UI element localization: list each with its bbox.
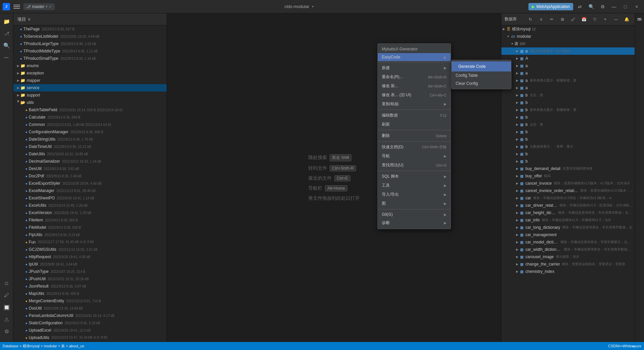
sidebar-icon-more[interactable]: ••• (1, 52, 12, 63)
menu-item-tools[interactable]: 工具 ▶ (378, 181, 451, 190)
tree-item-tproductmiddletype[interactable]: ● TProductMiddleType 2022/9/13 8:36, 1.1… (13, 47, 167, 55)
menu-item-modify-old[interactable]: 修改 表... (旧 UI) Ctrl+Alt+C (378, 91, 451, 100)
db-root-mysql[interactable]: ▶ 🗄 模块mysql 12 (501, 25, 635, 33)
db-table-b8[interactable]: ▶ ▦ b 主数据表显示：；查帮；显示 (501, 143, 635, 150)
close-button[interactable]: × (632, 2, 641, 11)
db-table-b10[interactable]: ▶ ▦ b (501, 158, 635, 165)
search-button[interactable]: 🔍 (587, 2, 596, 11)
sidebar-icon-edit[interactable]: 🖊 (1, 290, 12, 301)
db-table-a2[interactable]: ▶ ▦ a (501, 62, 635, 69)
menu-item-create[interactable]: 新建 ▶ (378, 63, 451, 72)
tree-item-common[interactable]: ● Common 2022/12/13 8:01, 1.69 kB 2022/1… (13, 121, 167, 128)
tree-item-tproductsmalltype[interactable]: ● TProductSmallType 2022/9/13 8:36, 1.16… (13, 55, 167, 62)
tree-item-fun[interactable]: ● Fun 2022/12/17 17:58, 41.45 kB 今天 8:58 (13, 238, 167, 246)
menu-item-navigate[interactable]: 导航 ▶ (378, 152, 451, 161)
tree-folder-utils[interactable]: ▶ 📂 utils (13, 99, 167, 106)
menu-button[interactable] (13, 3, 21, 11)
tree-item-uploadexcel[interactable]: ● UploadExcel 2022/9/28 19:41, 12.5 kB (13, 327, 167, 334)
sidebar-icon-commit[interactable]: ⎇ (1, 28, 12, 39)
tree-folder-exception[interactable]: ▶ 📁 exception (13, 69, 167, 77)
menu-item-git[interactable]: Git(G) ▶ (378, 210, 451, 218)
db-table-carousel[interactable]: ▶ ▦ carousel_image 展示接受；演示 (501, 253, 635, 260)
menu-item-find-usage[interactable]: 查找用法(U) Ctrl+G (378, 161, 451, 170)
db-min-btn[interactable]: — (611, 15, 621, 24)
tree-item-excelutils[interactable]: ● ExcelUtils 2022/10/14 13:49, 1.28 kB (13, 202, 167, 209)
tree-item-jpushutil[interactable]: ● JPushUtil 2022/10/31 16:31, 20.26 kB (13, 275, 167, 283)
file-tree-content[interactable]: ● ThePage 2022/9/13 8:36, 627 B ● ToServ… (13, 25, 167, 342)
tree-item-jpushtype[interactable]: ● JPushType 2022/10/7 16:25, 314 B (13, 268, 167, 275)
db-table-buy-offer[interactable]: ▶ ▦ buy_offer 购买 (501, 172, 635, 180)
menu-item-modify-new[interactable]: 修改 新... Alt+Shift+C (378, 81, 451, 91)
db-refresh-btn[interactable]: ↻ (526, 15, 535, 24)
db-table-b6[interactable]: ▶ ▦ b (501, 128, 635, 136)
sidebar-icon-project[interactable]: 📁 (1, 16, 12, 27)
db-table-b5[interactable]: ▶ ▦ b 点击；查 (501, 121, 635, 128)
db-table-cancel-invoice-order[interactable]: ▶ ▦ cancel_invoice_order_relation 模块：发票存… (501, 187, 635, 194)
db-table-b2[interactable]: ▶ ▦ b (501, 99, 635, 106)
maximize-button[interactable]: □ (621, 2, 630, 11)
db-table-car[interactable]: ▶ ▦ car 模块：车辆信息模块v1.0填名；车辆填充v1.0标准；w (501, 194, 635, 202)
file-tree-title[interactable]: 项目 ∨ (17, 16, 31, 22)
sidebar-icon-search[interactable]: 🔍 (1, 40, 12, 51)
db-table-change-carrier[interactable]: ▶ ▦ change_the_carrier 模块：变更承运模块名：变更承运；变… (501, 260, 635, 268)
db-table-b3[interactable]: ▶ ▦ b 基本表查点显示：新建标签；查 (501, 106, 635, 114)
tree-item-jsonresult[interactable]: ● JsonResult 2022/9/13 8:36, 4.07 kB (13, 283, 167, 290)
tree-item-doc2pdf[interactable]: ● Doc2Pdf 2022/9/13 8:36, 2.46 kB (13, 172, 167, 180)
tree-folder-support[interactable]: ▶ 📁 support (13, 92, 167, 99)
menu-item-quickdoc[interactable]: 快速文档(D) Ctrl+Shift+空格 (378, 143, 451, 152)
db-filter-btn[interactable]: ≡ (536, 15, 546, 24)
tree-item-fileitem[interactable]: ● FileItem 2022/9/13 8:36, 565 B (13, 216, 167, 224)
translate-button[interactable]: ⇄ (575, 2, 585, 11)
db-table-group[interactable]: ▼ 表 939 (501, 40, 635, 47)
tree-item-toservicelistmodel[interactable]: ● ToServiceListModel 2022/10/31 16:20, 4… (13, 33, 167, 40)
tree-item-filemodel[interactable]: ● FileModel 2022/9/13 8:36, 550 B (13, 224, 167, 231)
tree-item-calculate[interactable]: ● Calculate 2022/9/13 8:36, 669 B (13, 114, 167, 121)
tree-item-mergecontententity[interactable]: ● MergeContentEntity 2022/12/13 8:01, 71… (13, 297, 167, 305)
tree-item-thepage[interactable]: ● ThePage 2022/9/13 8:36, 627 B (13, 25, 167, 33)
tree-item-gcj2wgsutils[interactable]: ● GCJ2WGSUtils 2022/11/14 15:02, 2.51 kB (13, 246, 167, 253)
mini-icon-m[interactable]: m (636, 15, 643, 23)
tree-item-tproductlargetype[interactable]: ● TProductLargeType 2022/9/13 8:36, 1.02… (13, 40, 167, 47)
db-table-btn[interactable]: ⊞ (558, 15, 567, 24)
db-table-car-model[interactable]: ▶ ▦ car_model_dictionary 模块：车辆信息查询类名：车型车… (501, 238, 635, 246)
menu-item-rename[interactable]: 重命名(R)... Alt+Shift+R (378, 72, 451, 81)
db-table-a3[interactable]: ▶ ▦ a (501, 69, 635, 77)
db-table-car-driver[interactable]: ▶ ▦ car_driver_relation 模块：车辆信息模块v1.0；处理… (501, 202, 635, 209)
db-table-car-long[interactable]: ▶ ▦ car_long_dictionary 模块：车辆信息查询类名：车长类典… (501, 224, 635, 231)
tree-item-decimalserializer[interactable]: ● DecimalSerializer 2022/10/12 16:33, 1.… (13, 158, 167, 165)
db-table-cancel-invoice[interactable]: ▶ ▦ cancel_invoice 模块：发票存储模块v1.0版本；v1.0版… (501, 180, 635, 187)
settings-button[interactable]: ⚙ (598, 2, 607, 11)
tree-item-excelversion[interactable]: ● ExcelVersion 2022/9/28 19:41, 1.35 kB (13, 209, 167, 216)
menu-item-import-export[interactable]: 导入/导出 ▶ (378, 190, 451, 199)
menu-item-refresh[interactable]: 刷新 (378, 120, 451, 129)
db-funnel-btn[interactable]: ▽ (590, 15, 599, 24)
tree-item-desutil[interactable]: ● DesUtil 2022/9/13 8:36, 3.82 kB (13, 165, 167, 172)
menu-item-copy-paste[interactable]: 复制/粘贴 ▶ (378, 100, 451, 109)
tree-item-uploadutils[interactable]: ● UploadUtils 2022/12/14 10:47, 31.54 kB… (13, 334, 167, 341)
db-table-b4[interactable]: ▶ ▦ b (501, 114, 635, 121)
db-table-buy-demand-detail[interactable]: ▶ ▦ buy_demand_detail 买需求详细到查询查 (501, 165, 635, 172)
minimize-button[interactable]: — (609, 2, 619, 11)
sidebar-icon-db[interactable]: ⊡ (1, 278, 12, 289)
clear-config-item[interactable]: Clear Config (452, 79, 511, 88)
db-table-car-width[interactable]: ▶ ▦ car_width_dictionary 模块：车辆信息查询类名：车长类… (501, 246, 635, 253)
db-pen-btn[interactable]: 🖊 (569, 15, 578, 24)
db-table-A[interactable]: ▶ ▦ A (501, 55, 635, 62)
tree-item-excelexportstyler[interactable]: ● ExcelExportStyler 2022/10/28 18:04, 4.… (13, 180, 167, 187)
sidebar-icon-run[interactable]: 🔲 (1, 302, 12, 313)
generate-code-item[interactable]: Generate Code (452, 61, 511, 71)
tree-folder-enums[interactable]: ▶ 📁 enums (13, 62, 167, 69)
tree-item-datetimeutil[interactable]: ● DateTimeUtil 2022/9/13 8:36, 15.21 kB (13, 143, 167, 150)
tree-item-datestringutils[interactable]: ● DateStringUtils 2022/9/13 8:36, 1.76 k… (13, 136, 167, 143)
db-table-a-selected[interactable]: ▶ ▦ a 我们理表表显示：处于被动 (501, 47, 635, 55)
tree-item-configurationmanager[interactable]: ● ConfigurationManager 2022/9/13 8:36, 5… (13, 128, 167, 136)
db-edit-btn[interactable]: ✏ (547, 15, 556, 24)
db-table-a5[interactable]: ▶ ▦ a (501, 84, 635, 92)
menu-item-delete[interactable]: 删除 Delete (378, 131, 451, 140)
sidebar-icon-settings[interactable]: ⚙ (1, 326, 12, 337)
branch-selector[interactable]: ⎇ master ▾ ✓ (23, 3, 55, 10)
tree-folder-service[interactable]: ▶ 📁 service (13, 84, 167, 92)
tree-item-excelmanager[interactable]: ● ExcelManager 2022/12/13 8:01, 38.46 kB (13, 187, 167, 194)
tree-folder-mapper[interactable]: ▶ 📁 mapper (13, 77, 167, 84)
db-content[interactable]: ▶ 🗄 模块mysql 12 ▼ 🗃 modular ▼ 表 939 ▶ ▦ (501, 25, 635, 342)
